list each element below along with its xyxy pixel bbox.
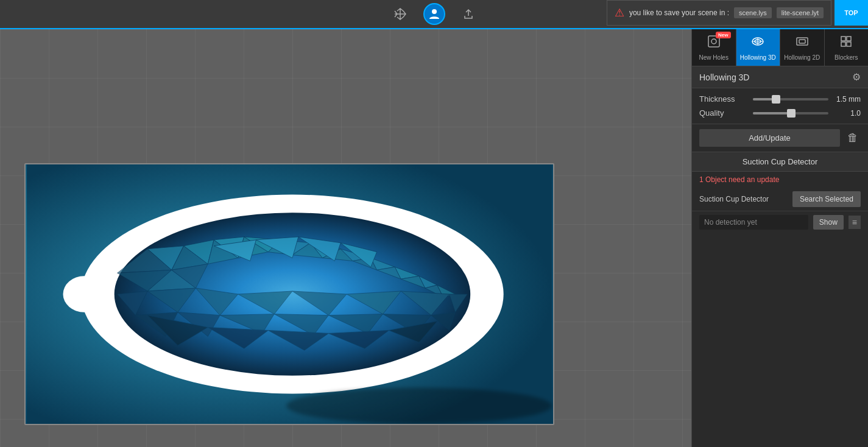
save-notification: ⚠ you like to save your scene in : scene… — [607, 0, 831, 26]
model-view — [24, 163, 554, 425]
svg-rect-63 — [799, 40, 805, 43]
quality-thumb[interactable] — [787, 109, 796, 118]
right-panel: New New Holes Hollowing 3D — [691, 29, 868, 447]
settings-icon[interactable]: ⚙ — [852, 71, 861, 83]
tab-blockers[interactable]: Blockers — [825, 29, 869, 66]
tab-blockers-label: Blockers — [834, 54, 858, 61]
top-view-button[interactable]: TOP — [834, 0, 868, 26]
show-button[interactable]: Show — [813, 215, 844, 230]
svg-rect-64 — [841, 37, 845, 41]
settings-section: Thickness 1.5 mm Quality 1.0 — [692, 88, 868, 124]
tab-hollowing3d-label: Hollowing 3D — [740, 54, 776, 61]
panel-title: Hollowing 3D — [699, 72, 749, 82]
export-icon[interactable] — [457, 3, 479, 25]
detector-title: Suction Cup Detector — [692, 152, 868, 172]
search-selected-button[interactable]: Search Selected — [792, 191, 861, 207]
svg-point-57 — [711, 39, 716, 44]
tab-holes-label: New Holes — [699, 54, 729, 61]
tab-row: New New Holes Hollowing 3D — [692, 29, 868, 66]
hollowing3d-icon — [750, 34, 765, 52]
hollowing2d-icon — [795, 34, 810, 52]
save-lyt-button[interactable]: lite-scene.lyt — [777, 7, 824, 18]
thickness-slider[interactable] — [753, 98, 828, 100]
thickness-label: Thickness — [699, 94, 748, 104]
quality-value: 1.0 — [833, 109, 861, 118]
svg-rect-65 — [847, 37, 851, 41]
detector-section: Suction Cup Detector 1 Object need an up… — [692, 152, 868, 233]
thickness-number: 1.5 — [836, 95, 847, 104]
svg-point-55 — [286, 388, 552, 424]
toggle-button[interactable]: ≡ — [849, 216, 861, 229]
tab-hollowing2d[interactable]: Hollowing 2D — [780, 29, 825, 66]
svg-point-0 — [432, 9, 437, 14]
blockers-icon — [839, 34, 853, 52]
thickness-row: Thickness 1.5 mm — [699, 94, 861, 104]
delete-button[interactable]: 🗑 — [845, 129, 861, 147]
thickness-thumb[interactable] — [772, 95, 780, 104]
no-detection-text: No detection yet — [699, 215, 808, 230]
move-icon[interactable] — [389, 3, 411, 25]
thickness-unit: mm — [849, 95, 861, 104]
tab-hollowing3d[interactable]: Hollowing 3D — [736, 29, 781, 66]
save-lys-button[interactable]: scene.lys — [734, 7, 772, 18]
detector-warning: 1 Object need an update — [692, 172, 868, 188]
thickness-value: 1.5 mm — [833, 95, 861, 104]
svg-rect-62 — [797, 38, 808, 45]
add-update-button[interactable]: Add/Update — [699, 129, 840, 147]
quality-fill — [753, 112, 791, 114]
toolbar-icons — [389, 3, 479, 25]
quality-row: Quality 1.0 — [699, 108, 861, 118]
tab-hollowing2d-label: Hollowing 2D — [784, 54, 820, 61]
alert-icon: ⚠ — [615, 6, 624, 19]
svg-rect-66 — [841, 42, 845, 46]
add-update-row: Add/Update 🗑 — [692, 124, 868, 152]
new-badge: New — [716, 32, 730, 38]
svg-rect-67 — [847, 42, 851, 46]
svg-point-4 — [63, 276, 105, 312]
tab-holes[interactable]: New New Holes — [692, 29, 736, 66]
model-svg — [26, 164, 553, 424]
quality-label: Quality — [699, 108, 748, 118]
person-icon[interactable] — [423, 3, 445, 25]
panel-title-bar: Hollowing 3D ⚙ — [692, 66, 868, 88]
quality-slider[interactable] — [753, 112, 828, 114]
no-detection-row: No detection yet Show ≡ — [692, 211, 868, 233]
object-container — [24, 163, 554, 425]
viewport[interactable] — [0, 29, 691, 447]
save-text: you like to save your scene in : — [629, 9, 729, 17]
detector-label: Suction Cup Detector — [699, 195, 788, 203]
detector-control-row: Suction Cup Detector Search Selected — [692, 188, 868, 211]
